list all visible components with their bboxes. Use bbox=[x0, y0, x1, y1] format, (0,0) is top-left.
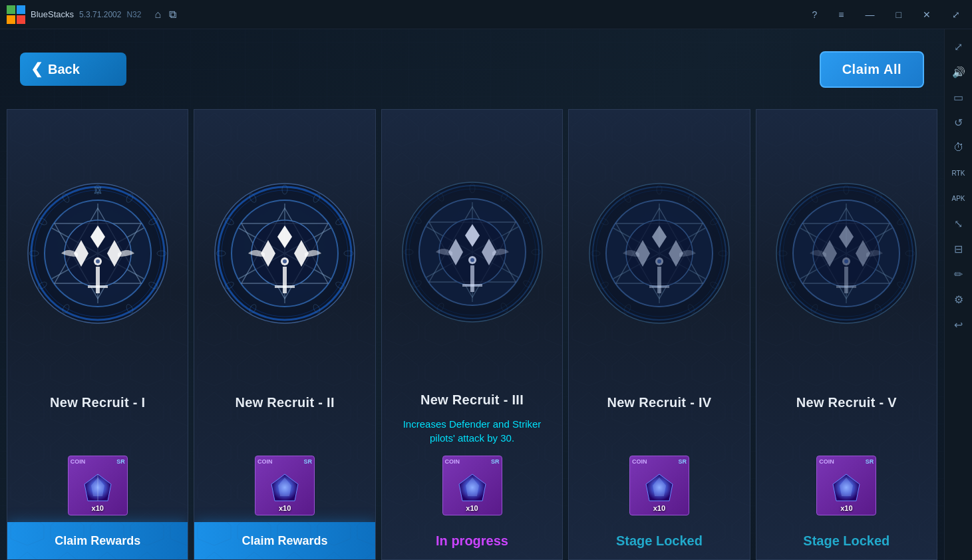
card-4-description bbox=[649, 416, 670, 449]
card-1-action[interactable]: Claim Rewards bbox=[7, 522, 188, 559]
card-2-reward: COIN SR x10 bbox=[248, 449, 321, 522]
title-bar-nav-icons: ⌂ ⧉ bbox=[154, 9, 176, 21]
card-4-title: New Recruit - IV bbox=[600, 390, 718, 416]
title-bar: BlueStacks 5.3.71.2002 N32 ⌂ ⧉ ? ≡ — □ ✕… bbox=[0, 0, 972, 29]
window-controls: ? ≡ — □ ✕ ⤢ bbox=[807, 7, 965, 23]
card-1-description bbox=[87, 416, 108, 449]
sidebar-layout-icon[interactable]: ⊟ bbox=[948, 238, 969, 259]
menu-icon[interactable]: ≡ bbox=[833, 7, 849, 23]
svg-rect-122 bbox=[649, 285, 669, 288]
card-2-action[interactable]: Claim Rewards bbox=[194, 522, 375, 559]
emblem-svg-2 bbox=[212, 180, 358, 327]
card-5-action: Stage Locked bbox=[756, 522, 937, 559]
emblem-svg-4 bbox=[586, 180, 732, 327]
card-2-action-label: Claim Rewards bbox=[242, 534, 328, 548]
claim-all-label: Claim All bbox=[842, 62, 901, 76]
svg-point-150 bbox=[844, 259, 848, 263]
emblem-2 bbox=[212, 180, 358, 327]
sidebar-expand-icon[interactable]: ⤢ bbox=[948, 36, 969, 57]
emblem-4 bbox=[586, 180, 732, 327]
svg-rect-1 bbox=[17, 5, 25, 14]
sidebar-rtk-icon[interactable]: RTK bbox=[948, 162, 969, 184]
svg-rect-61 bbox=[283, 267, 287, 293]
reward-label-4: COIN bbox=[632, 458, 647, 465]
help-icon[interactable]: ? bbox=[807, 7, 823, 23]
reward-rarity-2: SR bbox=[304, 458, 313, 465]
svg-point-90 bbox=[470, 258, 474, 262]
card-4-emblem-area bbox=[569, 110, 749, 390]
emblem-svg-3 bbox=[399, 179, 546, 325]
card-5-action-label: Stage Locked bbox=[803, 533, 890, 549]
card-2-emblem-area bbox=[194, 110, 375, 390]
bluestacks-logo bbox=[7, 5, 25, 24]
card-5-title: New Recruit - V bbox=[790, 390, 903, 416]
claim-all-button[interactable]: Claim All bbox=[820, 51, 924, 88]
emblem-svg-5 bbox=[773, 180, 919, 327]
sidebar-display-icon[interactable]: ▭ bbox=[948, 86, 969, 108]
back-label: Back bbox=[48, 62, 80, 77]
tabs-icon[interactable]: ⧉ bbox=[169, 9, 176, 21]
cards-container: New Recruit - I COIN SR bbox=[0, 109, 944, 560]
card-1-emblem-area bbox=[7, 110, 188, 390]
sidebar-back-icon[interactable]: ↩ bbox=[948, 314, 969, 335]
svg-rect-91 bbox=[470, 265, 474, 292]
sidebar-apk-icon[interactable]: APK bbox=[948, 188, 969, 209]
card-5-reward: COIN SR x10 bbox=[810, 449, 883, 522]
crystal-icon-1 bbox=[78, 471, 118, 507]
app-version: 5.3.71.2002 bbox=[79, 10, 121, 19]
sidebar-settings-icon[interactable]: ⚙ bbox=[948, 289, 969, 310]
emblem-svg-1 bbox=[25, 180, 171, 327]
reward-box-5: COIN SR x10 bbox=[816, 456, 876, 515]
card-new-recruit-5: New Recruit - V COIN SR bbox=[756, 109, 937, 560]
crystal-icon-5 bbox=[826, 471, 866, 507]
card-3-title: New Recruit - III bbox=[414, 387, 530, 413]
reward-count-4: x10 bbox=[653, 504, 665, 512]
svg-point-120 bbox=[657, 259, 661, 263]
emblem-3 bbox=[399, 179, 546, 325]
svg-rect-30 bbox=[96, 267, 100, 293]
svg-rect-2 bbox=[7, 15, 15, 24]
home-icon[interactable]: ⌂ bbox=[154, 9, 161, 21]
sidebar-expand-icon[interactable]: ⤢ bbox=[947, 7, 965, 23]
reward-rarity-3: SR bbox=[491, 458, 500, 465]
card-new-recruit-2: New Recruit - II COIN SR bbox=[194, 109, 375, 560]
card-3-reward: COIN SR x10 bbox=[436, 449, 509, 522]
minimize-button[interactable]: — bbox=[860, 7, 880, 23]
top-bar: ❮ Back Claim All bbox=[0, 29, 944, 109]
sidebar-edit-icon[interactable]: ✏ bbox=[948, 263, 969, 285]
reward-count-1: x10 bbox=[92, 504, 104, 512]
reward-box-1: COIN SR x10 bbox=[68, 456, 128, 515]
reward-rarity-1: SR bbox=[116, 458, 125, 465]
card-1-title: New Recruit - I bbox=[43, 390, 152, 416]
sidebar-rotate-icon[interactable]: ↺ bbox=[948, 112, 969, 133]
back-chevron-icon: ❮ bbox=[31, 61, 43, 78]
sidebar-volume-icon[interactable]: 🔊 bbox=[948, 61, 969, 82]
reward-box-2: COIN SR x10 bbox=[255, 456, 315, 515]
svg-rect-62 bbox=[275, 285, 295, 288]
emblem-5 bbox=[773, 180, 919, 327]
maximize-button[interactable]: □ bbox=[891, 7, 907, 23]
card-4-action: Stage Locked bbox=[569, 522, 749, 559]
svg-rect-3 bbox=[17, 15, 25, 24]
card-1-reward: COIN SR x10 bbox=[61, 449, 134, 522]
svg-rect-0 bbox=[7, 5, 15, 14]
right-sidebar: ⤢ 🔊 ▭ ↺ ⏱ RTK APK ⤡ ⊟ ✏ ⚙ ↩ bbox=[944, 29, 972, 560]
card-2-description bbox=[274, 416, 295, 449]
card-1-action-label: Claim Rewards bbox=[55, 534, 140, 548]
back-button[interactable]: ❮ Back bbox=[20, 53, 126, 86]
card-new-recruit-4: New Recruit - IV COIN SR bbox=[568, 109, 750, 560]
app-name: BlueStacks bbox=[31, 9, 74, 19]
card-3-action-label: In progress bbox=[436, 533, 508, 549]
close-button[interactable]: ✕ bbox=[917, 7, 936, 23]
svg-rect-92 bbox=[462, 284, 482, 287]
svg-rect-152 bbox=[836, 285, 856, 288]
reward-label-5: COIN bbox=[819, 458, 834, 465]
crystal-icon-2 bbox=[265, 471, 305, 507]
reward-box-3: COIN SR x10 bbox=[442, 456, 502, 515]
card-5-emblem-area bbox=[756, 110, 937, 390]
svg-rect-121 bbox=[657, 267, 661, 293]
sidebar-fullscreen-icon[interactable]: ⤡ bbox=[948, 213, 969, 234]
reward-count-5: x10 bbox=[840, 504, 852, 512]
sidebar-clock-icon[interactable]: ⏱ bbox=[948, 137, 969, 158]
reward-rarity-5: SR bbox=[866, 458, 874, 465]
